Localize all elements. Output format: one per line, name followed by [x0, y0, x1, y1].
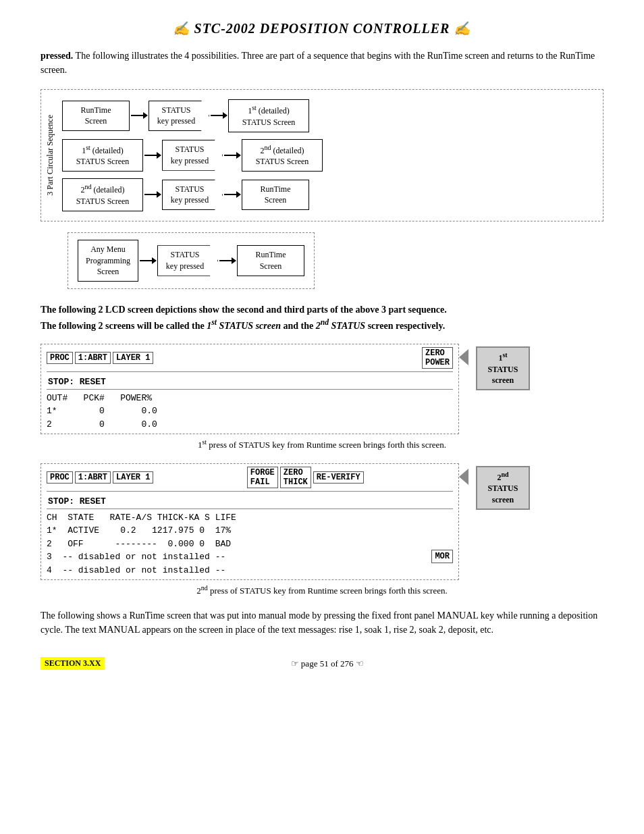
seq-row2-arrow-line: [144, 155, 161, 156]
body-text: The following shows a RunTime screen tha…: [41, 608, 603, 637]
seq-row-2: 1st (detailed)STATUS Screen STATUSkey pr…: [62, 139, 593, 172]
seq-row1-box2: 1st (detailed)STATUS Screen: [228, 99, 309, 132]
seq-row-3: 2nd (detailed)STATUS Screen STATUSkey pr…: [62, 178, 593, 211]
lcd2-badge: 2nd STATUSscreen: [476, 466, 530, 510]
seq-row2-arrow-line2: [224, 155, 240, 156]
intro-text: The following illustrates the 4 possibil…: [41, 51, 595, 75]
page-number: ☞ page 51 of 276 ☜: [291, 658, 364, 669]
seq-row3-arrow-label: STATUSkey pressed: [162, 180, 223, 211]
page-title: ✍ STC-2002 DEPOSITION CONTROLLER ✍: [41, 20, 603, 36]
lcd2-section: PROC 1:ABRT LAYER 1 FORGE FAIL ZERO THIC…: [41, 463, 603, 597]
intro-bold: pressed.: [41, 51, 73, 61]
seq-row1-arrow-line2: [211, 115, 227, 116]
lcd2-zero-thick: ZERO THICK: [280, 467, 311, 488]
seq-row1-arrow-line: [131, 115, 147, 116]
lcd2-forge-fail: FORGE FAIL: [247, 467, 278, 488]
diagram-container: 3 Part Circular Sequence RunTimeScreen S…: [41, 89, 603, 289]
lcd1-badge-area: 1st STATUSscreen: [459, 344, 530, 390]
intro-paragraph: pressed. The following illustrates the 4…: [41, 49, 603, 77]
seq-row3-arrow-line: [144, 194, 161, 195]
seq-row3-arrow-line2: [224, 194, 240, 195]
standalone-arrow-label: STATUSkey pressed: [157, 245, 218, 276]
lcd1-section: PROC 1:ABRT LAYER 1 ZERO POWER STOP: RES…: [41, 344, 603, 451]
lcd1-proc: PROC: [47, 352, 73, 364]
seq-row1-box1: RunTimeScreen: [62, 101, 130, 132]
lcd1-badge-triangle: [459, 349, 468, 365]
lcd1-screen: PROC 1:ABRT LAYER 1 ZERO POWER STOP: RES…: [41, 344, 459, 435]
seq-box: 3 Part Circular Sequence RunTimeScreen S…: [41, 89, 603, 221]
lcd2-wrapper: PROC 1:ABRT LAYER 1 FORGE FAIL ZERO THIC…: [41, 463, 603, 581]
seq-row3-box2: RunTimeScreen: [242, 180, 309, 211]
seq-row3-box1: 2nd (detailed)STATUS Screen: [62, 178, 143, 211]
lcd1-1abrt: 1:ABRT: [75, 352, 111, 364]
standalone-arrow-line: [140, 260, 156, 261]
seq-rows: RunTimeScreen STATUSkey pressed 1st (det…: [62, 99, 593, 211]
lcd2-mor-badge: MOR: [431, 550, 453, 563]
lcd1-badge: 1st STATUSscreen: [476, 346, 530, 390]
lcd2-1abrt: 1:ABRT: [75, 471, 111, 484]
seq-row2-box2: 2nd (detailed)STATUS Screen: [242, 139, 323, 172]
standalone-box: Any MenuProgrammingScreen STATUSkey pres…: [68, 232, 315, 289]
standalone-box2: RunTimeScreen: [237, 245, 304, 276]
lcd1-data: OUT# PCK# POWER% 1* 0 0.0 2 0 0.0: [47, 392, 453, 432]
section-badge: SECTION 3.XX: [41, 657, 105, 670]
standalone-arrow-line2: [219, 260, 236, 261]
seq-row1-arrow-label: STATUSkey pressed: [149, 101, 209, 132]
seq-label: 3 Part Circular Sequence: [45, 115, 55, 196]
lcd2-proc: PROC: [47, 471, 73, 484]
seq-row2-arrow-label: STATUSkey pressed: [162, 140, 223, 171]
lcd2-stop-reset: STOP: RESET: [47, 496, 107, 507]
lcd2-caption: 2nd press of STATUS key from Runtime scr…: [41, 584, 603, 596]
bold-section-line1: The following 2 LCD screen depictions sh…: [41, 305, 447, 315]
bold-section: The following 2 LCD screen depictions sh…: [41, 303, 603, 333]
lcd2-layer: LAYER 1: [113, 471, 153, 484]
lcd1-stop-reset: STOP: RESET: [47, 376, 107, 388]
lcd1-layer: LAYER 1: [113, 352, 153, 364]
lcd2-badge-area: 2nd STATUSscreen: [459, 463, 530, 510]
lcd1-zero-power: ZERO POWER: [422, 347, 453, 369]
bold-section-line2: The following 2 screens will be called t…: [41, 321, 445, 331]
lcd2-data: CH STATE RATE-A/S THICK-KA S LIFE 1* ACT…: [47, 511, 453, 577]
lcd1-wrapper: PROC 1:ABRT LAYER 1 ZERO POWER STOP: RES…: [41, 344, 603, 435]
lcd2-badge-triangle: [459, 469, 468, 485]
footer: SECTION 3.XX ☞ page 51 of 276 ☜: [41, 657, 603, 670]
lcd1-caption: 1st press of STATUS key from Runtime scr…: [41, 438, 603, 450]
seq-row-1: RunTimeScreen STATUSkey pressed 1st (det…: [62, 99, 593, 132]
lcd2-screen: PROC 1:ABRT LAYER 1 FORGE FAIL ZERO THIC…: [41, 463, 459, 581]
seq-row2-box1: 1st (detailed)STATUS Screen: [62, 139, 143, 172]
lcd2-reverify: RE-VERIFY: [313, 471, 364, 484]
standalone-box1: Any MenuProgrammingScreen: [78, 240, 138, 282]
